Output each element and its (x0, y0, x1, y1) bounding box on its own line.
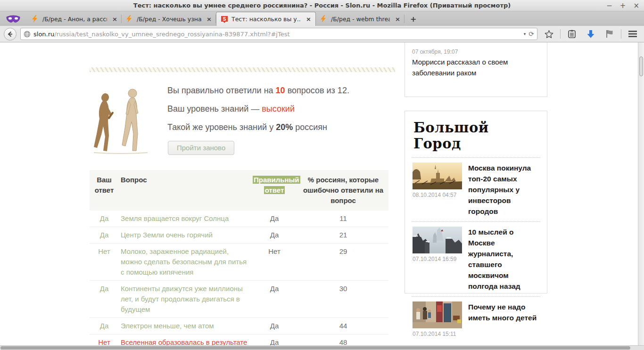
cell-your-answer: Нет (90, 244, 119, 280)
globe-icon (24, 31, 31, 38)
window-titlebar[interactable]: Тест: насколько вы умнее среднего россия… (0, 0, 644, 11)
download-icon (586, 30, 595, 39)
bg-items-list: 08.10.2014 04:57Москва покинула топ-20 с… (413, 158, 539, 342)
bg-item-time: 07.10.2014 15:11 (413, 331, 462, 337)
cell-question-link[interactable]: Молоко, зараженное радиацией, можно сдел… (119, 244, 251, 280)
url-path: /russia/test_naskolko_vy_umnee_srednego_… (54, 31, 289, 38)
tab-close-icon[interactable]: × (306, 16, 311, 23)
urlbar-dropdown-icon[interactable]: ▾ (524, 32, 526, 36)
lightning-icon (32, 15, 39, 23)
cell-percent-wrong: 21 (298, 227, 388, 243)
bookmark-star-button[interactable] (541, 27, 556, 41)
header-your-answer: Ваш ответ (90, 170, 119, 211)
url-text[interactable]: slon.ru/russia/test_naskolko_vy_umnee_sr… (33, 31, 521, 38)
vertical-scrollbar[interactable] (638, 42, 644, 345)
bg-item-media: 07.10.2014 16:59 (413, 227, 462, 292)
reload-icon[interactable]: ⟳ (528, 30, 534, 38)
cell-percent-wrong: 44 (298, 318, 388, 334)
vertical-scrollbar-thumb[interactable] (639, 57, 643, 76)
toolbar-separator (621, 29, 621, 39)
cell-correct-answer: Да (251, 318, 298, 334)
maximize-button[interactable]: + (620, 2, 626, 9)
private-browsing-indicator (3, 12, 27, 26)
menu-icon (628, 30, 637, 38)
tab-4[interactable]: /Б/ред - webm thread× (316, 12, 405, 26)
downloads-button[interactable] (583, 27, 598, 41)
cell-your-answer: Да (90, 227, 119, 243)
cell-your-answer: Да (90, 318, 119, 334)
bg-item-title-link[interactable]: Почему не надо иметь много детей (468, 301, 539, 337)
tab-close-icon[interactable]: × (395, 16, 400, 23)
minimize-button[interactable]: − (606, 2, 612, 9)
cell-percent-wrong: 29 (298, 244, 388, 280)
bg-item-time: 07.10.2014 16:59 (413, 256, 462, 262)
svg-text:S: S (223, 16, 226, 22)
bg-news-item-1: 08.10.2014 04:57Москва покинула топ-20 с… (413, 158, 539, 221)
back-button[interactable] (4, 28, 17, 41)
bg-item-title-link[interactable]: Москва покинула топ-20 самых популярных … (468, 163, 539, 217)
header-percent-wrong: % россиян, которые ошибочно ответили на … (298, 170, 388, 211)
menu-button[interactable] (625, 27, 640, 41)
tab-1[interactable]: /Б/ред - Анон, а расск...× (27, 12, 122, 26)
table-row-4: ДаКонтиненты движутся уже миллионы лет, … (90, 280, 388, 317)
tab-3-active[interactable]: SТест: насколько вы у...× (216, 12, 316, 26)
table-body: ДаЗемля вращается вокруг СолнцаДа11ДаЦен… (90, 211, 388, 350)
page-viewport: Вы правильно ответили на 10 вопросов из … (0, 42, 644, 350)
toolbar-separator (560, 29, 561, 39)
tab-close-icon[interactable]: × (206, 16, 212, 23)
url-host: slon.ru (33, 31, 54, 38)
window-controls: − + × (606, 0, 639, 11)
horizontal-scrollbar-thumb[interactable] (0, 346, 630, 350)
back-arrow-icon (7, 31, 13, 37)
retry-button[interactable]: Пройти заново (168, 141, 234, 155)
percent-value: 20% (276, 122, 293, 132)
bg-news-item-2: 07.10.2014 16:5910 мыслей о Москве журна… (413, 222, 539, 296)
level-value: высокий (262, 104, 295, 114)
table-row-5: ДаЭлектрон меньше, чем атомДа44 (90, 317, 388, 334)
msu-sepia-photo[interactable] (413, 163, 462, 189)
bg-box-title[interactable]: Большой Город (413, 120, 539, 152)
pocket-flag-button[interactable] (602, 27, 617, 41)
cell-correct-answer: Да (251, 211, 298, 227)
tab-label: /Б/ред - Анон, а расск... (42, 16, 107, 23)
cell-your-answer: Да (90, 211, 119, 227)
tab-2[interactable]: /Б/ред - Хочешь узнат...× (122, 12, 216, 26)
result-line-score: Вы правильно ответили на 10 вопросов из … (167, 86, 349, 96)
cell-question-link[interactable]: Континенты движутся уже миллионы лет, и … (119, 281, 251, 317)
bg-item-title-link[interactable]: 10 мыслей о Москве журналиста, ставшего … (468, 227, 539, 292)
navigation-toolbar: slon.ru/russia/test_naskolko_vy_umnee_sr… (0, 26, 644, 42)
winter-city-photo[interactable] (413, 227, 462, 253)
tab-separator (404, 15, 405, 23)
mask-icon (6, 15, 21, 23)
close-button[interactable]: × (633, 2, 639, 9)
cell-question-link[interactable]: Электрон меньше, чем атом (119, 318, 251, 334)
header-question: Вопрос (119, 170, 251, 211)
cell-question-link[interactable]: Земля вращается вокруг Солнца (119, 211, 251, 227)
cell-your-answer: Да (90, 281, 119, 317)
table-row-2: ДаЦентр Земли очень горячийДа21 (90, 227, 388, 243)
cell-correct-answer: Нет (251, 244, 298, 280)
tab-close-icon[interactable]: × (112, 16, 117, 23)
window-title: Тест: насколько вы умнее среднего россия… (0, 2, 644, 9)
table-row-3: НетМолоко, зараженное радиацией, можно с… (90, 243, 388, 280)
bookmarks-menu-button[interactable] (564, 27, 579, 41)
url-bar[interactable]: slon.ru/russia/test_naskolko_vy_umnee_sr… (20, 28, 537, 40)
horizontal-scrollbar[interactable] (0, 345, 644, 350)
news-item-title[interactable]: пришли около 15 тысяч человек (412, 42, 540, 43)
news-item-time: 07 октября, 19:07 (412, 49, 540, 55)
striped-divider (90, 67, 395, 72)
cell-percent-wrong: 30 (298, 281, 388, 317)
news-item-title[interactable]: Моррисси рассказал о своем заболевании р… (412, 57, 540, 78)
answers-table: Ваш ответ Вопрос Правильныйответ % росси… (90, 170, 388, 350)
bg-item-media: 08.10.2014 04:57 (413, 163, 462, 217)
score-value: 10 (276, 86, 285, 95)
lightning-icon (320, 15, 327, 23)
clipboard-icon (568, 30, 576, 39)
lightning-icon (32, 15, 38, 23)
cell-question-link[interactable]: Центр Земли очень горячий (119, 227, 251, 243)
street-people-photo[interactable] (413, 301, 462, 328)
lightning-icon (126, 15, 133, 23)
cell-correct-answer: Да (251, 281, 298, 317)
new-tab-button[interactable]: + (405, 12, 422, 26)
evolution-illustration (93, 85, 149, 156)
